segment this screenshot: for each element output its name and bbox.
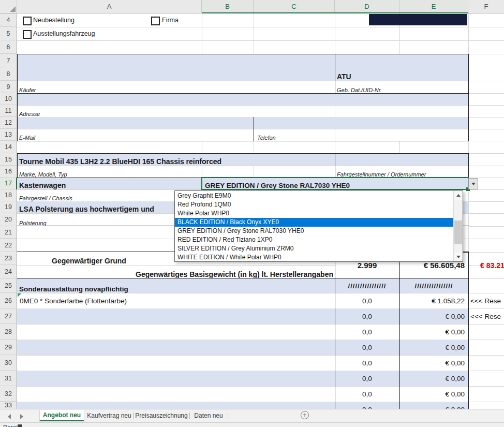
hatch-cell-e25: //////////////// — [399, 278, 468, 293]
select-all-corner[interactable] — [0, 0, 17, 13]
gridline — [468, 141, 504, 141]
gridline — [17, 40, 504, 41]
tab-kaufvertrag-neu[interactable]: Kaufvertrag neu — [86, 410, 132, 421]
row-header-4[interactable]: 4 — [0, 13, 17, 27]
selected-columns-underline — [202, 12, 468, 13]
dropdown-item[interactable]: WHITE EDITION / White Polar WHP0 — [175, 253, 454, 262]
sheet-tab-bar: Angebot neu Kaufvertrag neu Preisauszeic… — [0, 409, 504, 422]
option-weight-cell[interactable]: 0,0 — [335, 340, 399, 355]
row-header-31[interactable]: 31 — [0, 371, 17, 386]
gridline — [335, 13, 335, 54]
row-header-21[interactable]: 21 — [0, 226, 17, 239]
row-header-8[interactable]: 8 — [0, 67, 17, 81]
tab-daten-neu[interactable]: Daten neu — [191, 410, 226, 421]
column-header-d[interactable]: D — [335, 0, 399, 13]
new-sheet-button[interactable]: + — [301, 411, 309, 419]
tab-preisauszeichnung[interactable]: Preisauszeichnung — [135, 410, 188, 421]
firma-checkbox[interactable] — [151, 17, 160, 25]
option-weight-cell[interactable]: 0,0 — [335, 386, 399, 402]
dropdown-scrollbar[interactable] — [453, 191, 463, 261]
address-box-divider — [254, 117, 254, 141]
row-header-10[interactable]: 10 — [0, 93, 17, 105]
row-header-19[interactable]: 19 — [0, 201, 17, 213]
table-border — [468, 278, 469, 409]
option-price-cell[interactable]: € 0,00 — [399, 340, 465, 355]
tab-scroll-left-icon[interactable] — [8, 414, 11, 419]
model-box-divider — [335, 153, 335, 178]
tab-separator — [133, 413, 134, 419]
scroll-up-button[interactable] — [454, 191, 463, 200]
option-weight-cell[interactable]: 0,0 — [335, 324, 399, 340]
option-weight-cell[interactable]: 0,0 — [335, 308, 399, 324]
scroll-down-button[interactable] — [454, 253, 463, 261]
column-header-b[interactable]: B — [202, 0, 254, 13]
gridline — [468, 189, 469, 252]
row-header-14[interactable]: 14 — [0, 141, 17, 153]
row-header-7[interactable]: 7 — [0, 54, 17, 67]
ausstellungsfahrzeug-label: Ausstellungsfahrzeug — [33, 27, 95, 40]
gridline — [468, 13, 469, 54]
row-header-27[interactable]: 27 — [0, 308, 17, 324]
dropdown-item[interactable]: Red Profond 1QM0 — [175, 200, 454, 209]
tab-scroll-right-icon[interactable] — [20, 414, 23, 419]
option-price-cell[interactable]: € 1.058,22 — [399, 293, 465, 308]
row-header-28[interactable]: 28 — [0, 324, 17, 340]
option-price-cell[interactable]: € 0,00 — [399, 324, 465, 340]
scrollbar-thumb[interactable] — [454, 220, 462, 244]
column-header-e[interactable]: E — [399, 0, 468, 13]
row-header-26[interactable]: 26 — [0, 293, 17, 308]
telefon-label: Telefon — [257, 129, 276, 142]
option-weight-cell[interactable]: 0,0 — [335, 371, 399, 386]
row-header-20[interactable]: 20 — [0, 213, 17, 226]
neubestellung-checkbox[interactable] — [23, 17, 32, 25]
option-price-cell[interactable]: € 0,00 — [399, 386, 465, 402]
row-header-33[interactable]: 33 — [0, 402, 17, 409]
option-weight-cell[interactable]: 0,0 — [335, 293, 399, 308]
option-price-cell[interactable]: € 0,00 — [399, 308, 465, 324]
row-header-24[interactable]: 24 — [0, 265, 17, 278]
hatch-cell-d25: //////////////// — [335, 278, 399, 293]
option-weight-cell[interactable]: 0,0 — [335, 355, 399, 371]
gridline — [254, 13, 254, 54]
row-header-15[interactable]: 15 — [0, 153, 17, 166]
dropdown-item[interactable]: GREY EDITION / Grey Stone RAL7030 YHE0 — [175, 227, 454, 235]
kastenwagen-cell[interactable]: Kastenwagen — [19, 178, 66, 190]
row-header-32[interactable]: 32 — [0, 386, 17, 402]
row-header-5[interactable]: 5 — [0, 27, 17, 40]
row-header-13[interactable]: 13 — [0, 129, 17, 141]
buyer-box-border — [17, 54, 469, 94]
row-header-23[interactable]: 23 — [0, 252, 17, 265]
dropdown-item[interactable]: Grey Graphit E9M0 — [175, 192, 454, 200]
dropdown-item[interactable]: RED EDITION / Red Tiziano 1XP0 — [175, 235, 454, 244]
dropdown-button[interactable] — [468, 178, 478, 189]
row-header-11[interactable]: 11 — [0, 105, 17, 117]
row-header-30[interactable]: 30 — [0, 355, 17, 371]
gridline — [399, 141, 400, 153]
option-name-cell[interactable]: 0ME0 * Sonderfarbe (Flottenfarbe) — [20, 293, 127, 308]
column-header-a[interactable]: A — [17, 0, 202, 13]
row-header-25[interactable]: 25 — [0, 278, 17, 293]
row-header-29[interactable]: 29 — [0, 340, 17, 355]
ausstellungsfahrzeug-checkbox[interactable] — [23, 30, 32, 39]
select-all-triangle-icon — [10, 6, 16, 12]
row-header-22[interactable]: 22 — [0, 239, 17, 252]
option-price-cell[interactable]: € 0,00 — [399, 371, 465, 386]
row-header-18[interactable]: 18 — [0, 189, 17, 201]
column-header-f[interactable]: F — [468, 0, 504, 13]
atu-cell[interactable]: ATU — [337, 67, 351, 82]
row-header-9[interactable]: 9 — [0, 81, 17, 93]
model-title-cell[interactable]: Tourne Mobil 435 L3H2 2.2 BlueHDI 165 Ch… — [19, 153, 221, 167]
row-header-16[interactable]: 16 — [0, 166, 17, 178]
polster-title-cell[interactable]: LSA Polsterung aus hochwertigem und — [19, 201, 154, 214]
row-header-6[interactable]: 6 — [0, 40, 17, 54]
row-header-17[interactable]: 17 — [0, 178, 17, 189]
row-header-12[interactable]: 12 — [0, 117, 17, 129]
column-header-c[interactable]: C — [254, 0, 335, 13]
option-price-cell[interactable]: € 0,00 — [399, 355, 465, 371]
neubestellung-label: Neubestellung — [33, 13, 75, 27]
dropdown-item[interactable]: White Polar WHP0 — [175, 209, 454, 218]
dropdown-item-selected[interactable]: BLACK EDITION / Black Onyx XYE0 — [175, 218, 454, 227]
preis-brutto-cell[interactable]: € 83.21 — [480, 252, 504, 278]
tab-angebot-neu[interactable]: Angebot neu — [39, 410, 84, 421]
dropdown-item[interactable]: SILVER EDITION / Grey Aluminium ZRM0 — [175, 244, 454, 253]
